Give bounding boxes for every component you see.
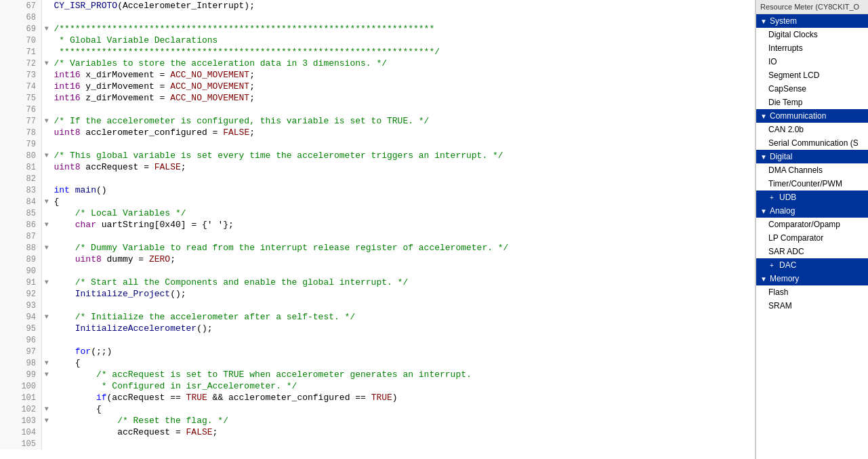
line-number: 94 — [0, 311, 42, 323]
code-line: /* Variables to store the acceleration d… — [51, 58, 755, 69]
section-label-memory: Memory — [770, 274, 799, 283]
code-line — [51, 300, 755, 311]
table-row: 95 InitializeAccelerometer(); — [0, 323, 755, 334]
line-number: 100 — [0, 380, 42, 392]
subsection-toggle: + — [770, 262, 777, 269]
code-line: /* This global variable is set every tim… — [51, 150, 755, 161]
line-number: 97 — [0, 346, 42, 357]
section-header-communication[interactable]: ▼Communication — [756, 109, 868, 123]
table-row: 105 — [0, 438, 755, 450]
table-row: 72▼/* Variables to store the acceleratio… — [0, 58, 755, 69]
table-row: 94▼ /* Initialize the accelerometer afte… — [0, 311, 755, 323]
code-line: int main() — [51, 184, 755, 196]
code-line: uint8 acclerometer_configured = FALSE; — [51, 127, 755, 138]
collapse-toggle[interactable]: ▼ — [42, 403, 51, 415]
collapse-toggle — [42, 323, 51, 334]
code-line — [51, 265, 755, 277]
resource-item[interactable]: DMA Channels — [756, 163, 868, 177]
code-line — [51, 12, 755, 23]
resource-item[interactable]: SAR ADC — [756, 245, 868, 258]
subsection-header-udb[interactable]: +UDB — [756, 191, 868, 204]
resource-item[interactable]: Die Temp — [756, 96, 868, 109]
collapse-toggle[interactable]: ▼ — [42, 277, 51, 288]
code-line — [51, 231, 755, 242]
resource-item[interactable]: IO — [756, 55, 868, 68]
table-row: 91▼ /* Start all the Components and enab… — [0, 277, 755, 288]
line-number: 88 — [0, 242, 42, 254]
resource-item[interactable]: SRAM — [756, 299, 868, 313]
collapse-toggle[interactable]: ▼ — [42, 150, 51, 161]
line-number: 84 — [0, 196, 42, 207]
code-scroll-area[interactable]: 67CY_ISR_PROTO(Accelerometer_Interrupt);… — [0, 0, 755, 459]
section-header-system[interactable]: ▼System — [756, 14, 868, 28]
section-label-analog: Analog — [770, 206, 795, 216]
code-line: Initialize_Project(); — [51, 288, 755, 300]
line-number: 76 — [0, 104, 42, 115]
code-line: * Global Variable Declarations — [51, 35, 755, 46]
table-row: 100 * Configured in isr_Accelerometer. *… — [0, 380, 755, 392]
resource-item[interactable]: Digital Clocks — [756, 28, 868, 41]
table-row: 92 Initialize_Project(); — [0, 288, 755, 300]
collapse-toggle[interactable]: ▼ — [42, 219, 51, 231]
subsection-header-dac[interactable]: +DAC — [756, 258, 868, 272]
collapse-toggle[interactable]: ▼ — [42, 58, 51, 69]
collapse-toggle[interactable]: ▼ — [42, 415, 51, 426]
table-row: 82 — [0, 173, 755, 184]
line-number: 90 — [0, 265, 42, 277]
code-line: { — [51, 403, 755, 415]
collapse-toggle[interactable]: ▼ — [42, 357, 51, 369]
subsection-label: DAC — [779, 260, 796, 270]
line-number: 70 — [0, 35, 42, 46]
resource-item[interactable]: Timer/Counter/PWM — [756, 177, 868, 191]
collapse-toggle — [42, 346, 51, 357]
resource-meter-panel: Resource Meter (CY8CKIT_O ▼SystemDigital… — [756, 0, 868, 459]
collapse-toggle — [42, 231, 51, 242]
collapse-toggle[interactable]: ▼ — [42, 242, 51, 254]
section-label-digital: Digital — [770, 152, 792, 161]
section-header-memory[interactable]: ▼Memory — [756, 272, 868, 285]
line-number: 99 — [0, 369, 42, 380]
code-editor[interactable]: 67CY_ISR_PROTO(Accelerometer_Interrupt);… — [0, 0, 756, 459]
code-line: * Configured in isr_Accelerometer. */ — [51, 380, 755, 392]
code-line: int16 y_dirMovement = ACC_NO_MOVEMENT; — [51, 81, 755, 92]
resource-item[interactable]: Flash — [756, 285, 868, 299]
table-row: 78uint8 acclerometer_configured = FALSE; — [0, 127, 755, 138]
code-line: /* Local Variables */ — [51, 207, 755, 219]
code-line: /* Start all the Components and enable t… — [51, 277, 755, 288]
collapse-toggle[interactable]: ▼ — [42, 369, 51, 380]
resource-item[interactable]: CapSense — [756, 82, 868, 96]
table-row: 79 — [0, 138, 755, 150]
line-number: 85 — [0, 207, 42, 219]
section-header-digital[interactable]: ▼Digital — [756, 150, 868, 163]
table-row: 104 accRequest = FALSE; — [0, 426, 755, 438]
collapse-toggle[interactable]: ▼ — [42, 196, 51, 207]
collapse-toggle[interactable]: ▼ — [42, 311, 51, 323]
line-number: 102 — [0, 403, 42, 415]
section-header-analog[interactable]: ▼Analog — [756, 204, 868, 218]
line-number: 75 — [0, 92, 42, 104]
code-line: /* Reset the flag. */ — [51, 415, 755, 426]
code-line: { — [51, 357, 755, 369]
collapse-toggle[interactable]: ▼ — [42, 23, 51, 35]
collapse-toggle — [42, 184, 51, 196]
resource-item[interactable]: CAN 2.0b — [756, 123, 868, 136]
code-line: int16 z_dirMovement = ACC_NO_MOVEMENT; — [51, 92, 755, 104]
resource-item[interactable]: Segment LCD — [756, 68, 868, 82]
table-row: 77▼/* If the accelerometer is configured… — [0, 115, 755, 127]
resource-item[interactable]: Interrupts — [756, 41, 868, 55]
collapse-toggle — [42, 138, 51, 150]
resource-item[interactable]: Comparator/Opamp — [756, 218, 868, 231]
line-number: 80 — [0, 150, 42, 161]
line-number: 79 — [0, 138, 42, 150]
line-number: 104 — [0, 426, 42, 438]
resource-item[interactable]: Serial Communication (S — [756, 136, 868, 150]
collapse-toggle — [42, 12, 51, 23]
subsection-label: UDB — [779, 193, 796, 202]
table-row: 98▼ { — [0, 357, 755, 369]
table-row: 99▼ /* accRequest is set to TRUE when ac… — [0, 369, 755, 380]
resource-item[interactable]: LP Comparator — [756, 231, 868, 245]
table-row: 87 — [0, 231, 755, 242]
table-row: 83int main() — [0, 184, 755, 196]
collapse-toggle[interactable]: ▼ — [42, 115, 51, 127]
line-number: 98 — [0, 357, 42, 369]
